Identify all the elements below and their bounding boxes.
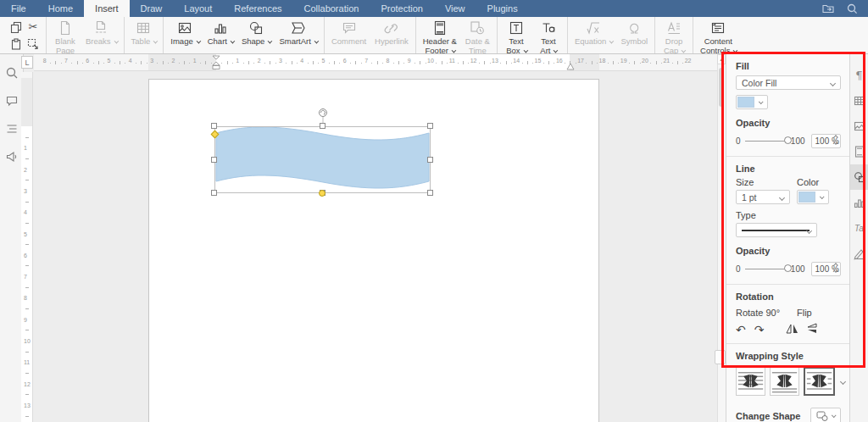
copy-button[interactable] — [8, 19, 24, 35]
chevron-down-icon — [114, 39, 119, 44]
spinner-arrows[interactable] — [834, 136, 837, 144]
resize-handle[interactable] — [211, 123, 217, 129]
fill-type-select[interactable]: Color Fill — [736, 75, 841, 90]
toolbar-button-label: Breaks — [86, 37, 117, 47]
breaks-icon — [92, 19, 109, 36]
line-opacity-title: Opacity — [736, 246, 841, 256]
equation-button[interactable]: Equation — [570, 17, 617, 53]
text-art-icon — [540, 19, 557, 36]
comment-button[interactable]: Comment — [327, 17, 370, 53]
text-box-button[interactable]: Text Box — [500, 17, 532, 53]
toolbar-button-label: Content Controls — [700, 37, 736, 55]
comments-sidebar-button[interactable] — [3, 92, 20, 109]
paragraph-settings-tab[interactable]: ¶ — [850, 63, 868, 88]
line-opacity-slider[interactable] — [745, 269, 787, 269]
line-size-select[interactable]: 1 pt — [736, 190, 790, 204]
toolbar-button-label: Shape — [242, 37, 270, 47]
text-art-button[interactable]: Text Art — [532, 17, 565, 53]
left-sidebar — [0, 54, 24, 422]
date-time-button[interactable]: Date & Time — [461, 17, 494, 53]
fill-opacity-spinner[interactable]: 100 % — [811, 134, 841, 148]
toolbar-button-label: Date & Time — [465, 37, 490, 55]
signature-settings-tab[interactable] — [850, 241, 868, 266]
toolbar-button-label: Blank Page — [55, 37, 75, 55]
navigation-sidebar-button[interactable] — [3, 120, 20, 137]
content-controls-button[interactable]: Content Controls — [696, 17, 740, 53]
scroll-up-button[interactable]: ▲ — [717, 54, 726, 64]
breaks-button[interactable]: Breaks — [81, 17, 121, 53]
header-footer-button[interactable]: Header & Footer — [419, 17, 461, 53]
resize-handle[interactable] — [427, 157, 433, 163]
table-settings-tab[interactable] — [850, 88, 868, 114]
header-settings-tab[interactable] — [850, 139, 868, 164]
image-button[interactable]: Image — [166, 17, 203, 53]
menu-tab-home[interactable]: Home — [37, 0, 84, 17]
line-type-select[interactable] — [736, 223, 817, 237]
adjust-handle-bottom[interactable] — [319, 190, 326, 197]
drop-cap-button[interactable]: Drop Cap — [658, 17, 690, 53]
line-opacity-spinner[interactable]: 100 % — [811, 262, 841, 276]
flip-horizontal-button[interactable] — [786, 323, 798, 336]
select-all-button[interactable] — [25, 36, 41, 52]
wrapping-more-button[interactable] — [841, 367, 845, 396]
chart-button[interactable]: Chart — [203, 17, 237, 53]
rotate-ccw-button[interactable]: ↶ — [736, 325, 746, 335]
resize-handle[interactable] — [211, 157, 217, 163]
menu-tab-insert[interactable]: Insert — [84, 0, 130, 17]
search-icon[interactable] — [847, 3, 858, 14]
resize-handle[interactable] — [320, 123, 326, 129]
wrapping-style-top-and-bottom[interactable] — [770, 367, 799, 396]
toolbar-button-label: Symbol — [620, 37, 648, 47]
tab-stop-selector[interactable]: L — [21, 56, 33, 69]
menu-tab-file[interactable]: File — [0, 0, 37, 17]
table-button[interactable]: Table — [127, 17, 161, 53]
content-controls-icon — [709, 19, 726, 36]
image-settings-tab[interactable] — [850, 114, 868, 139]
blank-page-button[interactable]: Blank Page — [49, 17, 81, 53]
change-shape-button[interactable] — [810, 408, 841, 422]
flip-vertical-button[interactable] — [806, 323, 818, 336]
rotate-cw-button[interactable]: ↷ — [754, 325, 765, 335]
menu-tab-protection[interactable]: Protection — [370, 0, 434, 17]
shape-button[interactable]: Shape — [237, 17, 275, 53]
symbol-button[interactable]: Symbol — [616, 17, 652, 53]
scrollbar-thumb[interactable] — [719, 68, 724, 107]
feedback-sidebar-button[interactable] — [3, 148, 20, 165]
menu-bar: FileHomeInsertDrawLayoutReferencesCollab… — [0, 0, 868, 17]
indent-markers[interactable] — [212, 55, 220, 70]
wrapping-style-square[interactable] — [804, 367, 835, 396]
cut-button[interactable]: ✂ — [25, 19, 41, 35]
rotation-section-title: Rotation — [736, 292, 841, 302]
fill-opacity-slider[interactable] — [745, 141, 787, 142]
resize-handle[interactable] — [211, 190, 217, 196]
hyperlink-button[interactable]: Hyperlink — [370, 17, 413, 53]
clipboard-group: ✂ — [3, 17, 47, 53]
menu-tab-collaboration[interactable]: Collaboration — [293, 0, 370, 17]
right-indent-marker[interactable] — [566, 61, 575, 70]
resize-handle[interactable] — [427, 190, 433, 196]
fill-color-button[interactable] — [736, 95, 768, 109]
right-panel-tabs: ¶Ta — [849, 54, 868, 422]
search-sidebar-button[interactable] — [3, 64, 20, 81]
paste-button[interactable] — [8, 36, 24, 52]
vertical-scrollbar[interactable] — [717, 54, 726, 422]
textart-settings-tab[interactable]: Ta — [850, 215, 868, 241]
menu-tab-references[interactable]: References — [223, 0, 292, 17]
image-icon — [176, 19, 193, 36]
open-file-location-icon[interactable] — [822, 3, 835, 14]
scroll-widget[interactable] — [715, 350, 726, 364]
chart-settings-tab[interactable] — [850, 190, 868, 215]
menu-tab-draw[interactable]: Draw — [130, 0, 174, 17]
line-color-button[interactable] — [797, 190, 829, 204]
header-footer-icon — [431, 19, 448, 36]
shape-settings-tab[interactable] — [850, 164, 868, 190]
wrapping-style-inline[interactable] — [736, 367, 765, 396]
menu-tab-layout[interactable]: Layout — [173, 0, 223, 17]
smartart-button[interactable]: SmartArt — [275, 17, 320, 53]
resize-handle[interactable] — [427, 123, 433, 129]
menu-tab-view[interactable]: View — [434, 0, 476, 17]
menu-tab-plugins[interactable]: Plugins — [476, 0, 529, 17]
spinner-arrows[interactable] — [834, 264, 837, 272]
line-type-label: Type — [736, 210, 841, 220]
shape-settings-panel: Fill Color Fill Opacity 0 100 100 % Line… — [726, 54, 849, 422]
